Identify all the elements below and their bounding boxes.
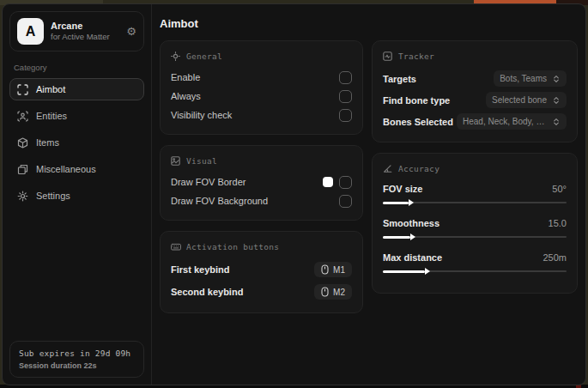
visibility-check-label: Visibility check xyxy=(171,110,232,120)
general-header: General xyxy=(171,52,352,61)
unfold-arrows-icon xyxy=(552,96,561,105)
draw-fov-border-row: Draw FOV Border xyxy=(171,173,352,191)
targets-value: Bots, Teams xyxy=(500,74,547,83)
category-nav: Aimbot Entities xyxy=(9,78,144,207)
smoothness-slider[interactable] xyxy=(383,233,567,241)
bones-selected-row: Bones Selected Head, Neck, Body, Pe... xyxy=(383,111,567,132)
radar-icon xyxy=(383,52,392,61)
bones-selected-label: Bones Selected xyxy=(383,117,453,127)
draw-fov-border-checkbox[interactable] xyxy=(339,176,352,189)
visibility-check-checkbox[interactable] xyxy=(339,109,352,122)
category-label: Category xyxy=(14,63,144,72)
find-bone-type-value: Selected bone xyxy=(492,95,547,105)
visual-header-label: Visual xyxy=(186,156,217,166)
brand-title: Arcane xyxy=(51,21,119,33)
max-distance-value: 250m xyxy=(543,252,567,263)
draw-fov-background-checkbox[interactable] xyxy=(339,195,352,208)
arcane-logo: A xyxy=(17,18,44,45)
find-bone-type-row: Find bone type Selected bone xyxy=(383,89,567,111)
enable-checkbox[interactable] xyxy=(339,71,352,84)
bones-selected-value: Head, Neck, Body, Pe... xyxy=(463,117,547,126)
accuracy-header: Accuracy xyxy=(383,164,567,173)
always-label: Always xyxy=(171,91,201,101)
smoothness-label: Smoothness xyxy=(383,218,439,228)
fov-size-label: FOV size xyxy=(383,184,422,194)
sidebar-item-items[interactable]: Items xyxy=(9,131,144,154)
session-duration-text: Session duration 22s xyxy=(19,361,135,370)
max-distance-slider[interactable] xyxy=(383,267,567,276)
sidebar-spacer xyxy=(9,207,144,341)
sidebar: A Arcane for Active Matter ⚙ Category Ai… xyxy=(3,4,152,385)
general-header-label: General xyxy=(186,52,222,61)
visual-card: Visual Draw FOV Border Draw FOV Backgrou… xyxy=(160,145,363,221)
fov-size-value: 50° xyxy=(552,184,567,194)
sidebar-item-label: Aimbot xyxy=(36,84,65,94)
sidebar-item-label: Miscellaneous xyxy=(36,164,96,174)
smoothness-row: Smoothness 15.0 xyxy=(383,215,567,232)
sub-expires-text: Sub expires in 29d 09h xyxy=(19,349,135,358)
fov-border-color-swatch[interactable] xyxy=(323,177,333,187)
box-icon xyxy=(17,137,28,149)
activation-header: Activation buttons xyxy=(171,242,352,252)
enable-row: Enable xyxy=(171,68,352,87)
max-distance-row: Max distance 250m xyxy=(383,249,567,266)
crosshair-icon xyxy=(171,52,180,61)
always-row: Always xyxy=(171,87,352,106)
brand-card: A Arcane for Active Matter ⚙ xyxy=(9,11,144,52)
brand-text: Arcane for Active Matter xyxy=(51,21,119,43)
tracker-header-label: Tracker xyxy=(398,52,434,61)
bones-selected-select[interactable]: Head, Neck, Body, Pe... xyxy=(457,113,567,130)
first-keybind-button[interactable]: M1 xyxy=(314,262,352,277)
second-keybind-label: Second keybind xyxy=(171,287,243,297)
smoothness-value: 15.0 xyxy=(549,218,567,228)
max-distance-label: Max distance xyxy=(383,252,442,263)
find-bone-type-select[interactable]: Selected bone xyxy=(486,92,567,108)
main-content: Aimbot General Enable xyxy=(152,4,585,385)
sidebar-item-miscellaneous[interactable]: Miscellaneous xyxy=(9,158,144,180)
draw-fov-border-label: Draw FOV Border xyxy=(171,177,246,187)
keyboard-icon xyxy=(171,242,180,252)
second-keybind-value: M2 xyxy=(333,288,345,297)
sidebar-item-label: Items xyxy=(36,137,59,148)
subscription-footer: Sub expires in 29d 09h Session duration … xyxy=(9,341,144,378)
brand-subtitle: for Active Matter xyxy=(51,32,119,42)
right-column: Tracker Targets Bots, Teams xyxy=(372,40,578,304)
second-keybind-button[interactable]: M2 xyxy=(314,284,352,300)
sidebar-item-label: Settings xyxy=(36,191,70,201)
mouse-icon xyxy=(321,264,329,275)
mouse-icon xyxy=(321,287,329,297)
layered-windows-icon xyxy=(17,164,28,175)
sidebar-item-aimbot[interactable]: Aimbot xyxy=(9,78,144,100)
targets-label: Targets xyxy=(383,74,416,84)
targets-row: Targets Bots, Teams xyxy=(383,68,567,89)
sidebar-item-entities[interactable]: Entities xyxy=(9,105,144,127)
accuracy-card: Accuracy FOV size 50° Smoothness 15.0 xyxy=(372,153,578,294)
settings-gear-icon[interactable]: ⚙ xyxy=(126,26,136,37)
slider-fill xyxy=(383,236,410,239)
cheat-menu-window: A Arcane for Active Matter ⚙ Category Ai… xyxy=(2,3,586,385)
visibility-check-row: Visibility check xyxy=(171,106,352,124)
tracker-header: Tracker xyxy=(383,52,567,61)
draw-fov-background-label: Draw FOV Background xyxy=(171,196,268,206)
always-checkbox[interactable] xyxy=(339,90,352,103)
sidebar-item-settings[interactable]: Settings xyxy=(9,185,144,207)
general-card: General Enable Always Visibility check xyxy=(160,40,363,135)
sidebar-item-label: Entities xyxy=(36,111,67,121)
unfold-arrows-icon xyxy=(552,75,561,83)
tracker-card: Tracker Targets Bots, Teams xyxy=(372,40,578,142)
activation-buttons-card: Activation buttons First keybind M1 xyxy=(160,231,363,313)
accuracy-header-label: Accuracy xyxy=(398,164,439,173)
find-bone-type-label: Find bone type xyxy=(383,95,450,106)
unfold-arrows-icon xyxy=(552,118,561,126)
visual-header: Visual xyxy=(171,156,352,166)
first-keybind-label: First keybind xyxy=(171,264,229,275)
targets-select[interactable]: Bots, Teams xyxy=(494,70,567,87)
fov-size-slider[interactable] xyxy=(383,198,567,207)
activation-header-label: Activation buttons xyxy=(186,242,279,252)
image-icon xyxy=(171,156,180,166)
first-keybind-value: M1 xyxy=(333,265,345,275)
slider-fill xyxy=(383,202,409,204)
person-target-icon xyxy=(17,111,28,122)
fov-border-controls xyxy=(323,176,352,189)
gear-icon xyxy=(17,191,28,202)
